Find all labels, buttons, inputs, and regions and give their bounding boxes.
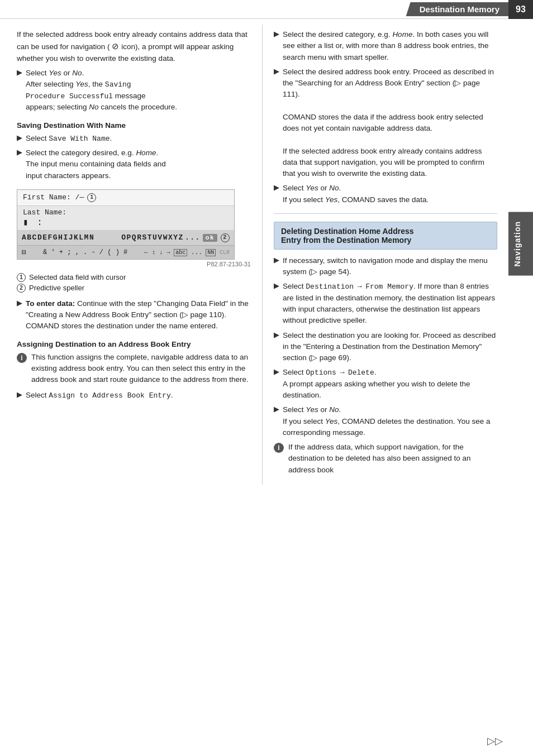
bullet-content: Select the desired address book entry. P… <box>283 66 497 180</box>
bullet-to-enter-data: ▶ To enter data: Continue with the step … <box>17 298 251 332</box>
bullet-yes-no-right: ▶ Select Yes or No. If you select Yes, C… <box>274 183 497 205</box>
bullet-yes-no-delete: ▶ Select Yes or No. If you select Yes, C… <box>274 404 497 438</box>
ok-button[interactable]: ok <box>203 234 217 242</box>
keyboard-image-container: First Name: /— 1 Last Name: ▮ : ABCDEFGH… <box>17 189 251 267</box>
intro-paragraph: If the selected address book entry alrea… <box>17 29 251 64</box>
bullet-content: Select Yes or No. After selecting Yes, t… <box>26 68 177 113</box>
bullet-switch-nav: ▶ If necessary, switch to navigation mod… <box>274 255 497 278</box>
left-column: If the selected address book entry alrea… <box>0 25 263 485</box>
bullet-assign: ▶ Select Assign to Address Book Entry. <box>17 390 251 401</box>
kb-row-alpha: ABCDEFGHIJKLMN OPQRSTUVWXYZ ... ok 2 <box>17 231 234 246</box>
divider <box>274 213 497 214</box>
side-tab: Navigation <box>508 212 533 276</box>
nav-arrow: ▷▷ <box>487 735 503 747</box>
bullet-arrow: ▶ <box>274 331 279 339</box>
page-number: 93 <box>508 0 533 19</box>
bullet-arrow: ▶ <box>274 405 279 413</box>
circle-2: 2 <box>221 233 230 242</box>
info-address-data: i If the address data, which support nav… <box>274 442 497 476</box>
bullet-arrow: ▶ <box>274 183 279 192</box>
image-caption: P82.87-2130-31 <box>17 261 251 267</box>
bullet-content: If necessary, switch to navigation mode … <box>283 255 497 278</box>
bullet-arrow: ▶ <box>274 30 279 38</box>
bullet-arrow: ▶ <box>17 68 22 76</box>
info-text: If the address data, which support navig… <box>288 442 497 476</box>
assigning-section-heading: Assigning Destination to an Address Book… <box>17 340 251 348</box>
info-assigning: i This function assigns the complete, na… <box>17 352 251 386</box>
info-icon: i <box>17 353 27 363</box>
bullet-select-destination: ▶ Select Destination → From Memory. If m… <box>274 281 497 326</box>
bullet-content: Select Yes or No. If you select Yes, COM… <box>283 183 429 205</box>
bullet-content: Select Assign to Address Book Entry. <box>26 390 173 401</box>
bullet-select-looking: ▶ Select the destination you are looking… <box>274 330 497 364</box>
bullet-save-with-name: ▶ Select Save With Name. <box>17 133 251 145</box>
kb-row-firstname: First Name: /— 1 <box>17 190 234 206</box>
bullet-arrow: ▶ <box>17 299 22 307</box>
bullet-arrow: ▶ <box>274 281 279 290</box>
bullet-content: Select the desired category, e.g. Home. … <box>283 29 497 63</box>
bullet-content: Select Yes or No. If you select Yes, COM… <box>283 404 497 438</box>
bullet-arrow: ▶ <box>17 133 22 142</box>
bullet-arrow: ▶ <box>17 148 22 156</box>
kb-row-lastname: Last Name: ▮ : <box>17 206 234 231</box>
header: Destination Memory 93 <box>0 0 533 19</box>
bullet-yes-no: ▶ Select Yes or No. After selecting Yes,… <box>17 68 251 113</box>
caption-2: 2 Predictive speller <box>17 284 251 293</box>
bullet-content: To enter data: Continue with the step "C… <box>26 298 251 332</box>
header-title: Destination Memory <box>406 2 508 16</box>
bullet-content: Select the category desired, e.g. Home. … <box>26 147 166 181</box>
bullet-content: Select the destination you are looking f… <box>283 330 497 364</box>
info-text: This function assigns the complete, navi… <box>31 352 251 386</box>
deleting-section-box: Deleting Destination Home Address Entry … <box>274 222 497 250</box>
kb-row-special: ⊟ & ' + ; , . - / ( ) # ← ↕ ↓ → abc ... … <box>17 246 234 259</box>
deleting-title-line1: Deleting Destination Home Address <box>281 227 490 236</box>
caption-1: 1 Selected data field with cursor <box>17 273 251 282</box>
bullet-select-entry: ▶ Select the desired address book entry.… <box>274 66 497 180</box>
bullet-content: Select Destination → From Memory. If mor… <box>283 281 497 326</box>
bullet-content: Select Options → Delete. A prompt appear… <box>283 367 497 401</box>
bullet-arrow: ▶ <box>274 67 279 75</box>
info-icon: i <box>274 443 284 453</box>
main-content: If the selected address book entry alrea… <box>0 19 508 485</box>
saving-section-heading: Saving Destination With Name <box>17 121 251 130</box>
bullet-content: Select Save With Name. <box>26 133 112 145</box>
header-bar: Destination Memory <box>0 0 508 19</box>
bullet-arrow: ▶ <box>274 256 279 264</box>
circle-1: 1 <box>87 193 96 202</box>
bullet-select-category-right: ▶ Select the desired category, e.g. Home… <box>274 29 497 63</box>
nav-icon: ⊘ <box>112 41 119 51</box>
keyboard-image: First Name: /— 1 Last Name: ▮ : ABCDEFGH… <box>17 189 235 260</box>
bullet-options-delete: ▶ Select Options → Delete. A prompt appe… <box>274 367 497 401</box>
deleting-title-line2: Entry from the Destination Memory <box>281 236 490 245</box>
bullet-arrow: ▶ <box>17 390 22 399</box>
bullet-arrow: ▶ <box>274 367 279 376</box>
bullet-select-category: ▶ Select the category desired, e.g. Home… <box>17 147 251 181</box>
right-column: ▶ Select the desired category, e.g. Home… <box>263 25 508 485</box>
